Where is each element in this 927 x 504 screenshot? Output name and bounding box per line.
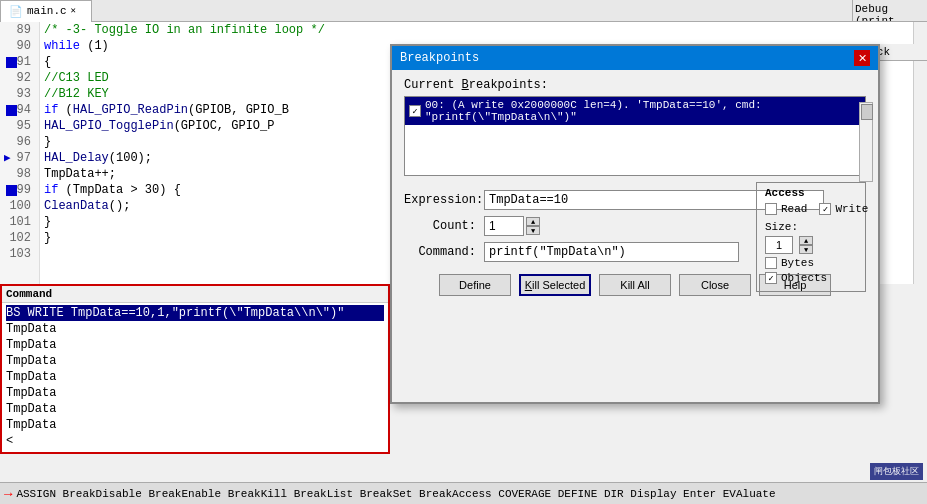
tab-filename: main.c — [27, 5, 67, 17]
command-line: < — [6, 433, 384, 449]
command-header: Command — [2, 286, 388, 303]
main-c-tab[interactable]: 📄 main.c ✕ — [0, 0, 92, 22]
define-button[interactable]: Define — [439, 274, 511, 296]
breakpoints-dialog: Breakpoints ✕ Current Breakpoints: 00: (… — [390, 44, 880, 404]
line-number: 90 — [4, 38, 35, 54]
size-spin-down[interactable]: ▼ — [799, 245, 813, 254]
dialog-close-button[interactable]: ✕ — [854, 50, 870, 66]
line-number: 92 — [4, 70, 35, 86]
line-number: 98 — [4, 166, 35, 182]
line-number: 103 — [4, 246, 35, 262]
line-number: 96 — [4, 134, 35, 150]
size-spinner[interactable]: ▲ ▼ — [799, 236, 813, 254]
read-row: Read Write — [765, 203, 857, 215]
command-line: TmpData — [6, 353, 384, 369]
kill-selected-button[interactable]: Kill Kill SelectedSelected — [519, 274, 591, 296]
size-input-row: ▲ ▼ — [765, 236, 857, 254]
line-number: 89 — [4, 22, 35, 38]
line-number: 100 — [4, 198, 35, 214]
command-line: TmpData — [6, 369, 384, 385]
spin-up[interactable]: ▲ — [526, 217, 540, 226]
read-label: Read — [781, 203, 807, 215]
read-checkbox[interactable] — [765, 203, 777, 215]
bp-item-text: 00: (A write 0x2000000C len=4). 'TmpData… — [425, 99, 861, 123]
line-number: 99 — [4, 182, 35, 198]
line-numbers: 8990919293949596▶979899100101102103 — [0, 22, 40, 284]
dialog-body: Current Breakpoints: 00: (A write 0x2000… — [392, 70, 878, 304]
line-number: 95 — [4, 118, 35, 134]
bytes-row: Bytes — [765, 257, 857, 269]
objects-row: Objects — [765, 272, 857, 284]
file-icon: 📄 — [9, 5, 23, 18]
count-spinner[interactable]: ▲ ▼ — [526, 217, 540, 235]
objects-label: Objects — [781, 272, 827, 284]
breakpoint-list[interactable]: 00: (A write 0x2000000C len=4). 'TmpData… — [404, 96, 866, 176]
size-input[interactable] — [765, 236, 793, 254]
bottom-bar: → ASSIGN BreakDisable BreakEnable BreakK… — [0, 482, 927, 504]
access-group: Access Read Write Size: ▲ ▼ Byte — [756, 182, 866, 292]
line-number: 101 — [4, 214, 35, 230]
kill-selected-label: Kill Kill SelectedSelected — [525, 279, 586, 291]
size-label: Size: — [765, 221, 857, 233]
access-title: Access — [765, 187, 857, 199]
bottom-arrow: → — [4, 486, 12, 502]
watermark: 闸包板社区 — [870, 463, 923, 480]
count-input[interactable] — [484, 216, 524, 236]
write-checkbox[interactable] — [819, 203, 831, 215]
close-dialog-button[interactable]: Close — [679, 274, 751, 296]
command-line: TmpData — [6, 417, 384, 433]
breakpoint-marker[interactable] — [6, 57, 17, 68]
list-scroll-thumb[interactable] — [861, 104, 873, 120]
line-number: ▶97 — [4, 150, 35, 166]
dialog-title: Breakpoints — [400, 51, 479, 65]
command-line: TmpData — [6, 401, 384, 417]
command-line: TmpData — [6, 385, 384, 401]
spin-down[interactable]: ▼ — [526, 226, 540, 235]
list-scrollbar[interactable] — [859, 102, 873, 182]
command-label: Command: — [404, 245, 484, 259]
kill-all-button[interactable]: Kill All — [599, 274, 671, 296]
bp-checkbox[interactable] — [409, 105, 421, 117]
command-panel: Command BS WRITE TmpData==10,1,"printf(\… — [0, 284, 390, 454]
command-line: TmpData — [6, 321, 384, 337]
dialog-titlebar: Breakpoints ✕ — [392, 46, 878, 70]
line-number: 91 — [4, 54, 35, 70]
command-input[interactable] — [484, 242, 739, 262]
tab-bar: 📄 main.c ✕ ─ □ ✕ — [0, 0, 927, 22]
command-line: BS WRITE TmpData==10,1,"printf(\"TmpData… — [6, 305, 384, 321]
breakpoint-marker[interactable] — [6, 105, 17, 116]
objects-checkbox[interactable] — [765, 272, 777, 284]
size-group: Size: ▲ ▼ Bytes Objects — [765, 221, 857, 284]
vertical-scrollbar[interactable] — [913, 22, 927, 284]
tab-close-button[interactable]: ✕ — [71, 5, 83, 17]
command-content: BS WRITE TmpData==10,1,"printf(\"TmpData… — [2, 303, 388, 451]
code-line: /* -3- Toggle IO in an infinite loop */ — [44, 22, 909, 38]
current-breakpoints-label: Current Breakpoints: — [404, 78, 866, 92]
bottom-text: ASSIGN BreakDisable BreakEnable BreakKil… — [16, 488, 775, 500]
debug-panel-label: Debug (print — [852, 0, 927, 22]
line-number: 94 — [4, 102, 35, 118]
bytes-label: Bytes — [781, 257, 814, 269]
line-number: 93 — [4, 86, 35, 102]
expression-label: Expression: — [404, 193, 484, 207]
count-label: Count: — [404, 219, 484, 233]
size-spin-up[interactable]: ▲ — [799, 236, 813, 245]
command-line: TmpData — [6, 337, 384, 353]
execution-arrow: ▶ — [4, 150, 11, 166]
bytes-checkbox[interactable] — [765, 257, 777, 269]
breakpoint-item[interactable]: 00: (A write 0x2000000C len=4). 'TmpData… — [405, 97, 865, 125]
line-number: 102 — [4, 230, 35, 246]
breakpoint-marker[interactable] — [6, 185, 17, 196]
write-label: Write — [835, 203, 868, 215]
